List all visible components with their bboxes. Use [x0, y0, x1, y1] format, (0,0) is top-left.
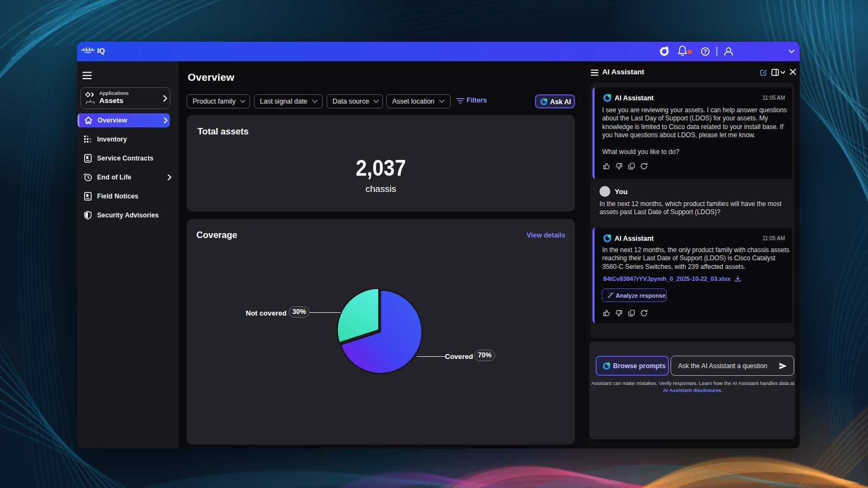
svg-text:cisco: cisco [85, 51, 91, 53]
svg-text:?: ? [704, 48, 707, 55]
